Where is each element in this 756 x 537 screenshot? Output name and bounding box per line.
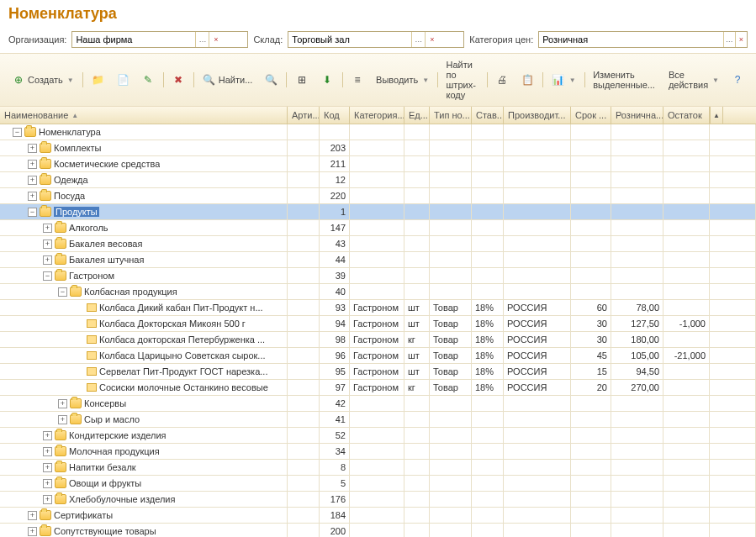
expand-icon[interactable]: + bbox=[28, 176, 37, 185]
help-button[interactable]: ? bbox=[726, 71, 749, 89]
org-input[interactable]: … × bbox=[71, 31, 248, 48]
table-row[interactable]: +Кондитерские изделия52 bbox=[0, 428, 756, 444]
wh-field[interactable] bbox=[288, 32, 411, 47]
col-code[interactable]: Код bbox=[320, 107, 350, 124]
pc-clear-icon[interactable]: × bbox=[735, 32, 747, 47]
collapse-icon[interactable]: − bbox=[28, 208, 37, 217]
barcode-button[interactable]: Найти по штрих-коду bbox=[441, 57, 484, 103]
expand-icon[interactable]: + bbox=[28, 192, 37, 201]
org-select-icon[interactable]: … bbox=[195, 32, 209, 47]
pc-field[interactable] bbox=[539, 32, 722, 47]
folder-icon bbox=[55, 223, 66, 233]
move-down-button[interactable]: ⬇ bbox=[315, 71, 339, 89]
expand-icon[interactable]: + bbox=[28, 511, 37, 520]
table-row[interactable]: +Сопутствующие товары200 bbox=[0, 524, 756, 537]
table-row[interactable]: +Косметические средства211 bbox=[0, 156, 756, 172]
export-button[interactable]: 📋 bbox=[515, 71, 539, 89]
expand-icon[interactable]: + bbox=[58, 399, 67, 408]
row-name: Напитки безалк bbox=[69, 462, 136, 472]
table-row[interactable]: +Посуда220 bbox=[0, 188, 756, 204]
new-folder-button[interactable]: 📁 bbox=[86, 71, 109, 89]
table-row[interactable]: Сосиски молочные Останкино весовые97Гаст… bbox=[0, 380, 756, 396]
edit-button[interactable]: ✎ bbox=[136, 71, 160, 89]
col-balance[interactable]: Остаток bbox=[663, 107, 710, 124]
row-name: Номенклатура bbox=[39, 127, 101, 137]
table-row[interactable]: +Бакалея весовая43 bbox=[0, 236, 756, 252]
chart-button[interactable]: 📊▼ bbox=[547, 71, 581, 89]
expand-icon[interactable]: + bbox=[28, 160, 37, 169]
expand-icon[interactable]: + bbox=[43, 479, 52, 488]
table-row[interactable]: −Гастроном39 bbox=[0, 268, 756, 284]
folder-icon bbox=[70, 414, 82, 424]
expand-icon[interactable]: + bbox=[43, 240, 52, 249]
collapse-icon[interactable]: − bbox=[13, 128, 22, 137]
expand-icon[interactable]: + bbox=[43, 463, 52, 472]
delete-button[interactable]: ✖ bbox=[167, 71, 190, 89]
table-row[interactable]: −Колбасная продукция40 bbox=[0, 284, 756, 300]
table-row[interactable]: Колбаса Царицыно Советская сырок...96Гас… bbox=[0, 348, 756, 364]
row-name: Сопутствующие товары bbox=[54, 526, 156, 536]
expand-icon[interactable]: + bbox=[43, 224, 52, 233]
item-icon bbox=[87, 319, 97, 328]
chart-icon: 📊 bbox=[552, 73, 565, 87]
org-clear-icon[interactable]: × bbox=[209, 32, 222, 47]
table-row[interactable]: +Бакалея штучная44 bbox=[0, 252, 756, 268]
expand-icon[interactable]: + bbox=[58, 415, 67, 424]
table-row[interactable]: Колбаса Докторская Микоян 500 г94Гастрон… bbox=[0, 316, 756, 332]
row-name: Колбасная продукция bbox=[84, 287, 177, 297]
col-mfr[interactable]: Производит... bbox=[504, 107, 571, 124]
expand-icon[interactable]: + bbox=[43, 255, 52, 265]
clear-find-button[interactable]: 🔍 bbox=[259, 71, 283, 89]
expand-icon[interactable]: + bbox=[28, 527, 37, 536]
grid[interactable]: Наименование Арти... Код Категория... Ед… bbox=[0, 107, 756, 537]
col-shelf[interactable]: Срок ... bbox=[571, 107, 611, 124]
col-name[interactable]: Наименование bbox=[0, 107, 288, 124]
scroll-up[interactable]: ▲ bbox=[710, 107, 723, 124]
expand-icon[interactable]: + bbox=[43, 431, 52, 440]
col-price[interactable]: Рознична... bbox=[611, 107, 663, 124]
expand-icon[interactable]: + bbox=[28, 144, 37, 153]
table-row[interactable]: +Хлебобулочные изделия176 bbox=[0, 492, 756, 508]
wh-input[interactable]: … × bbox=[288, 31, 464, 48]
collapse-icon[interactable]: − bbox=[58, 287, 67, 297]
col-article[interactable]: Арти... bbox=[288, 107, 320, 124]
collapse-icon[interactable]: − bbox=[43, 271, 52, 281]
create-button[interactable]: ⊕Создать▼ bbox=[7, 71, 79, 89]
wh-select-icon[interactable]: … bbox=[411, 32, 425, 47]
row-name: Колбаса Докторская Микоян 500 г bbox=[99, 319, 246, 329]
output-button[interactable]: Выводить▼ bbox=[371, 72, 434, 87]
table-row[interactable]: +Напитки безалк8 bbox=[0, 460, 756, 476]
table-row[interactable]: Сервелат Пит-Продукт ГОСТ нарезка...95Га… bbox=[0, 364, 756, 380]
table-row[interactable]: +Овощи и фрукты5 bbox=[0, 476, 756, 492]
expand-icon[interactable]: + bbox=[43, 447, 52, 456]
wh-clear-icon[interactable]: × bbox=[425, 32, 438, 47]
col-vat[interactable]: Став... bbox=[472, 107, 504, 124]
col-category[interactable]: Категория... bbox=[350, 107, 404, 124]
table-row[interactable]: +Одежда12 bbox=[0, 172, 756, 188]
col-type[interactable]: Тип но... bbox=[430, 107, 472, 124]
table-row[interactable]: Колбаса докторская Петербурженка ...98Га… bbox=[0, 332, 756, 348]
table-row[interactable]: +Комплекты203 bbox=[0, 140, 756, 156]
table-row[interactable]: −Продукты1 bbox=[0, 204, 756, 220]
pc-input[interactable]: … × bbox=[538, 31, 748, 48]
col-unit[interactable]: Ед.... bbox=[404, 107, 430, 124]
print-button[interactable]: 🖨 bbox=[490, 71, 514, 89]
table-row[interactable]: +Алкоголь147 bbox=[0, 220, 756, 236]
expand-icon[interactable]: + bbox=[43, 495, 52, 504]
table-row[interactable]: +Молочная продукция34 bbox=[0, 444, 756, 460]
org-field[interactable] bbox=[72, 32, 195, 47]
pc-select-icon[interactable]: … bbox=[723, 32, 735, 47]
copy-button[interactable]: 📄 bbox=[111, 71, 135, 89]
table-row[interactable]: −Номенклатура bbox=[0, 124, 756, 140]
table-row[interactable]: +Сыр и масло41 bbox=[0, 412, 756, 428]
tree-button[interactable]: ⊞ bbox=[290, 71, 314, 89]
all-actions-button[interactable]: Все действия▼ bbox=[663, 67, 724, 92]
table-row[interactable]: +Сертификаты184 bbox=[0, 508, 756, 524]
row-name: Молочная продукция bbox=[69, 446, 160, 456]
table-row[interactable]: +Консервы42 bbox=[0, 396, 756, 412]
table-row[interactable]: Колбаса Дикий кабан Пит-Продукт н...93Га… bbox=[0, 300, 756, 316]
change-sel-button[interactable]: Изменить выделенные... bbox=[588, 67, 660, 92]
org-label: Организация: bbox=[8, 34, 66, 45]
find-button[interactable]: 🔍Найти... bbox=[198, 71, 258, 89]
view-button[interactable]: ≡ bbox=[346, 71, 369, 89]
